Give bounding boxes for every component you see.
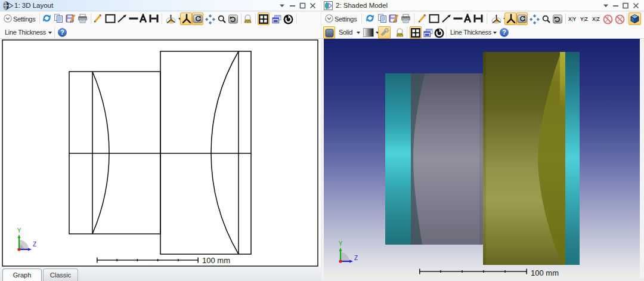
svg-text:100 mm: 100 mm [202,256,230,265]
svg-text:?: ? [60,29,64,36]
svg-text:Y: Y [17,227,21,234]
svg-text:?: ? [502,29,506,36]
svg-text:Y: Y [339,240,343,247]
svg-text:100 mm: 100 mm [531,268,559,277]
svg-text:Z: Z [354,255,358,261]
svg-text:Z: Z [33,241,36,248]
